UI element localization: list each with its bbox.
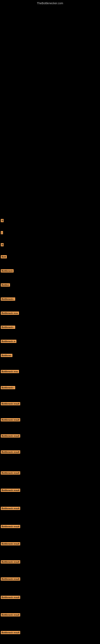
- bottleneck-label: Bottleneck result: [1, 578, 20, 580]
- bottleneck-label: Bottleneck: [1, 269, 14, 272]
- bottleneck-result-item: Bottleneck result: [1, 489, 20, 493]
- bottleneck-label: Bottleneck r: [1, 298, 15, 301]
- bottleneck-label: Bottleneck re: [1, 340, 16, 343]
- bottleneck-label: Bottleneck result: [1, 507, 20, 510]
- bottleneck-result-item: B: [1, 243, 3, 247]
- bottleneck-label: B: [1, 243, 3, 246]
- bottleneck-label: Bottleneck result: [1, 631, 20, 634]
- bottleneck-result-item: Bottleneck r: [1, 298, 15, 302]
- bottleneck-label: |: [1, 231, 3, 234]
- bottleneck-result-item: Bott: [1, 255, 7, 259]
- bottleneck-label: Bottleneck result: [1, 596, 20, 599]
- bottleneck-result-item: Bottleneck result: [1, 525, 20, 529]
- bottleneck-result-item: B: [1, 219, 3, 223]
- bottleneck-result-item: Bottleneck result: [1, 507, 20, 511]
- bottleneck-result-item: Bottleneck r: [1, 386, 15, 390]
- bottleneck-label: B: [1, 219, 3, 222]
- bottleneck-result-item: Bottleneck r: [1, 326, 15, 330]
- bottleneck-label: Bottleneck result: [1, 525, 20, 528]
- bottleneck-label: Bottleneck result: [1, 418, 20, 422]
- bottleneck-result-item: Bottleneck result: [1, 471, 20, 475]
- bottleneck-result-item: |: [1, 231, 3, 235]
- bottleneck-result-item: Bottleneck result: [1, 560, 20, 564]
- site-title: TheBottlenecker.com: [0, 0, 100, 6]
- bottleneck-result-item: Bottleneck result: [1, 596, 20, 600]
- bottleneck-label: Bottleneck result: [1, 450, 20, 454]
- bottleneck-label: Bottleneck result: [1, 402, 20, 405]
- bottleneck-label: Bottleneck r: [1, 386, 15, 389]
- bottleneck-label: Bottleneck r: [1, 326, 15, 329]
- bottleneck-label: Bottlen: [1, 283, 10, 286]
- bottleneck-label: Bott: [1, 255, 7, 258]
- bottleneck-label: Bottleneck result: [1, 489, 20, 492]
- bottleneck-result-item: Bottleneck resu: [1, 370, 19, 374]
- bottleneck-result-item: Bottleneck result: [1, 450, 20, 454]
- bottleneck-label: Bottleneck result: [1, 434, 20, 438]
- bottleneck-result-item: Bottleneck result: [1, 418, 20, 422]
- bottleneck-result-item: Bottleneck result: [1, 613, 20, 617]
- bottleneck-label: Bottleneck result: [1, 560, 20, 564]
- bottleneck-label: Bottleneck resu: [1, 312, 19, 315]
- bottleneck-label: Bottleneck result: [1, 471, 20, 474]
- bottleneck-result-item: Bottleneck resu: [1, 312, 19, 316]
- bottleneck-result-item: Bottlen: [1, 283, 10, 288]
- bottleneck-label: Bottleneck resu: [1, 370, 19, 373]
- bottleneck-result-item: Bottleneck result: [1, 578, 20, 582]
- bottleneck-result-item: Bottleneck result: [1, 542, 20, 546]
- bottleneck-label: Bottleneck result: [1, 613, 20, 616]
- bottleneck-result-item: Bottleneck: [1, 269, 14, 273]
- bottleneck-result-item: Bottlenec: [1, 354, 12, 358]
- bottleneck-result-item: Bottleneck result: [1, 631, 20, 635]
- bottleneck-label: Bottleneck result: [1, 542, 20, 546]
- bottleneck-label: Bottlenec: [1, 354, 12, 357]
- bottleneck-result-item: Bottleneck re: [1, 340, 16, 344]
- bottleneck-result-item: Bottleneck result: [1, 402, 20, 406]
- bottleneck-result-item: Bottleneck result: [1, 434, 20, 438]
